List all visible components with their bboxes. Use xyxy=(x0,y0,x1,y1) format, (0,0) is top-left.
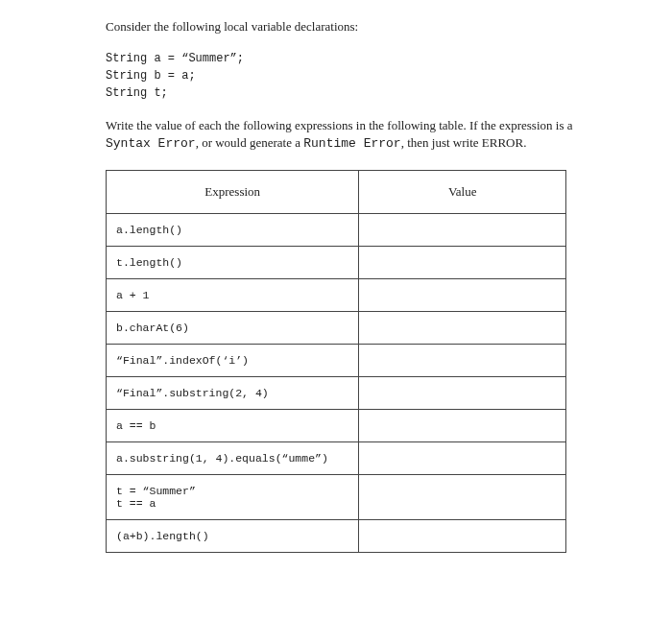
value-cell xyxy=(359,279,566,312)
expression-cell: “Final”.indexOf(‘i’) xyxy=(107,345,359,377)
value-cell xyxy=(359,475,566,520)
value-cell xyxy=(359,520,566,553)
expression-cell: a.substring(1, 4).equals(“umme”) xyxy=(107,442,359,475)
value-cell xyxy=(359,247,566,279)
table-row: (a+b).length() xyxy=(107,520,566,553)
expression-table: Expression Value a.length()t.length()a +… xyxy=(106,170,566,553)
expression-cell: (a+b).length() xyxy=(107,520,359,553)
runtime-error-term: Runtime Error xyxy=(303,136,400,151)
expression-cell: a + 1 xyxy=(107,279,359,312)
table-row: a == b xyxy=(107,410,566,442)
code-declarations: String a = “Summer”; String b = a; Strin… xyxy=(106,50,586,102)
header-value: Value xyxy=(359,171,566,214)
table-header-row: Expression Value xyxy=(107,171,566,214)
table-row: “Final”.substring(2, 4) xyxy=(107,377,566,410)
intro-text: Consider the following local variable de… xyxy=(106,19,586,35)
expression-cell: b.charAt(6) xyxy=(107,312,359,345)
table-row: t.length() xyxy=(107,247,566,279)
expression-cell: “Final”.substring(2, 4) xyxy=(107,377,359,410)
value-cell xyxy=(359,345,566,377)
table-row: t = “Summer” t == a xyxy=(107,475,566,520)
expression-cell: t.length() xyxy=(107,247,359,279)
value-cell xyxy=(359,377,566,410)
value-cell xyxy=(359,214,566,247)
instructions-pre: Write the value of each the following ex… xyxy=(106,118,572,132)
table-row: b.charAt(6) xyxy=(107,312,566,345)
expression-cell: t = “Summer” t == a xyxy=(107,475,359,520)
instructions-mid: , or would generate a xyxy=(196,135,304,150)
value-cell xyxy=(359,312,566,345)
table-row: “Final”.indexOf(‘i’) xyxy=(107,345,566,377)
expression-cell: a == b xyxy=(107,410,359,442)
header-expression: Expression xyxy=(107,171,359,214)
table-row: a + 1 xyxy=(107,279,566,312)
value-cell xyxy=(359,410,566,442)
syntax-error-term: Syntax Error xyxy=(106,136,196,151)
instructions-text: Write the value of each the following ex… xyxy=(106,117,586,153)
value-cell xyxy=(359,442,566,475)
table-row: a.substring(1, 4).equals(“umme”) xyxy=(107,442,566,475)
instructions-post: , then just write ERROR. xyxy=(401,135,527,150)
table-row: a.length() xyxy=(107,214,566,247)
expression-cell: a.length() xyxy=(107,214,359,247)
